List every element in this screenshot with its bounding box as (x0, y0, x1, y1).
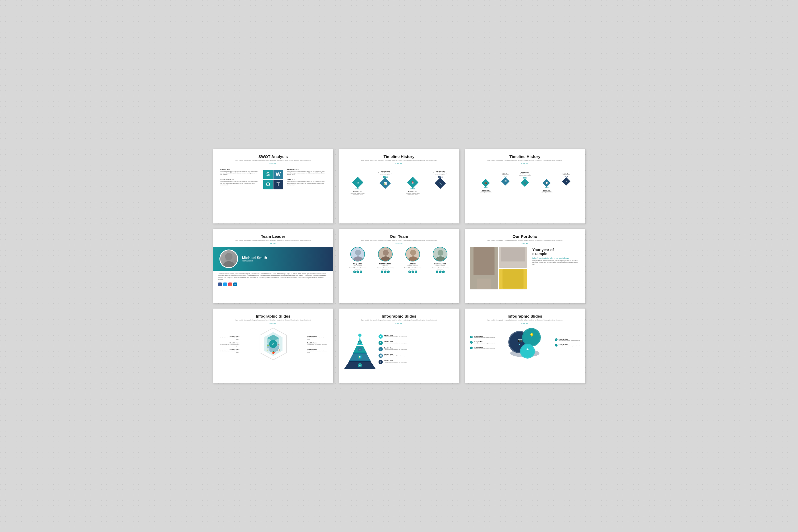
slide-infographic3: Infographic Slides If you use this site … (465, 308, 585, 383)
timeline1-arrows: »»»»» (344, 163, 454, 165)
mary-role: Web Designer (354, 265, 362, 266)
instagram-icon[interactable]: i (228, 283, 232, 286)
inf3d-check-0: ✓ (470, 336, 473, 338)
swot-strengths-text: Lorem ipsum dolor amet consectetur adipi… (220, 171, 259, 176)
pl-icon-3: 📊 (379, 354, 383, 358)
portfolio-year-line2: example (532, 252, 580, 256)
tl-year-2034: 2034 (545, 187, 549, 189)
slide-portfolio: Our Portfolio If you use this site regul… (465, 229, 585, 303)
mary-tw[interactable]: t (357, 270, 359, 273)
infographic1-arrows: »»»»» (218, 322, 328, 324)
tl-icon-2024: 📚 (407, 177, 418, 188)
svg-text:🍎: 🍎 (271, 351, 275, 354)
inf3d-left-1: ✓ Example Title Lorem ipsum consectetur … (470, 341, 495, 344)
tl-icon-2020: ⚙ (352, 177, 363, 188)
svg-text:💡: 💡 (529, 333, 534, 338)
infographic3-left: ✓ Example Title Lorem ipsum consectetur … (470, 336, 495, 349)
inf1-right-1: Subtitle Here The placeholder text to wi… (307, 342, 328, 346)
pyramid-label-4: ⚙ Subtitle Here The placeholder text to … (379, 360, 407, 364)
pyramid-layout: ⚙ 📊 ☆ ♥ ★ ★ (344, 327, 454, 372)
circles-svg: 📷 ● 💡 👁 (506, 327, 544, 359)
pyramid-label-list: ★ Subtitle Here The placeholder text to … (379, 327, 407, 372)
infographic3-layout: ✓ Example Title Lorem ipsum consectetur … (470, 327, 580, 359)
inf1-right-1-desc: The placeholder text to with be line Lor… (307, 344, 328, 346)
jani-tw[interactable]: t (412, 270, 414, 273)
slide-timeline1: Timeline History If you use this site re… (339, 149, 459, 224)
leader-info: Michael Smith Team Leader (242, 255, 267, 262)
tl-icon-2032: 🎵 (521, 178, 529, 187)
swot-o-box: O (263, 180, 273, 189)
jani-li[interactable]: in (415, 270, 417, 273)
linkedin-icon[interactable]: in (233, 283, 237, 286)
infographic3-arrows: »»»»» (470, 322, 580, 324)
pyramid-label-3: 📊 Subtitle Here The placeholder text to … (379, 354, 407, 358)
inf3d-check-2: ✓ (470, 347, 473, 349)
swot-left: STRENGTHS Lorem ipsum dolor amet consect… (218, 167, 261, 189)
team-member-jani: Jani Poe Graphic Designer Purposefully d… (402, 247, 423, 273)
tl-text-2030: Subtitle Here (502, 173, 509, 175)
svg-text:📋: 📋 (277, 348, 280, 352)
our-team-subtitle: If you use this site regularly, the grea… (344, 240, 454, 241)
isabella-fb[interactable]: f (436, 270, 438, 273)
svg-text:✈: ✈ (272, 337, 274, 339)
timeline1-title: Timeline History (344, 154, 454, 159)
inf1-left-0: Subtitle Here The placeholder text to wi… (218, 336, 240, 340)
tl-icon-2022: 📊 (380, 178, 391, 189)
twitter-icon[interactable]: t (223, 283, 227, 286)
pl-text-4: Subtitle Here The placeholder text to wi… (384, 360, 407, 363)
jani-fb[interactable]: f (408, 270, 411, 273)
isabella-role: Graphic Designer (435, 265, 445, 266)
swot-s-box: S (263, 170, 273, 179)
our-team-arrows: »»»»» (344, 242, 454, 245)
portfolio-img-bottom (499, 269, 527, 289)
pl-icon-4: ⚙ (379, 360, 383, 364)
jani-socials: f t in (408, 270, 417, 273)
pl-desc-2: The placeholder text to with be line Lor… (384, 349, 407, 350)
infographic2-arrows: »»»»» (344, 322, 454, 324)
tl-glyph-2036: ⚙ (565, 180, 567, 183)
infographic1-title: Infographic Slides (218, 314, 328, 318)
infographic3-circles: 📷 ● 💡 👁 (498, 327, 552, 359)
tl-text-2034: Subtitle Here Placeholder: beginning des… (541, 190, 553, 193)
inf3d-text-r1: Example Title Lorem ipsum consectetur ad… (558, 344, 580, 347)
pl-desc-0: The placeholder text to with be line Lor… (384, 336, 407, 337)
inf3d-right-0: ✓ Example Title Lorem ipsum consectetur … (555, 338, 580, 341)
portfolio-images (470, 247, 527, 289)
swot-arrows: »»»»» (218, 163, 328, 165)
swot-right: WEAKNESSES Lorem ipsum dolor amet consec… (286, 167, 328, 189)
jani-desc: Purposefully designed this meaning place… (402, 267, 423, 270)
inf3d-desc-0: Lorem ipsum consectetur adipisit amet so… (474, 337, 495, 338)
tl-text-2026: Subtitle Here Placeholder: beginning des… (432, 171, 448, 175)
tl-node-2024: 📚 2024 Subtitle Here Placeholder: beginn… (405, 171, 421, 195)
tl-desc-2034: Placeholder: beginning design the line L… (541, 191, 553, 193)
michael-li[interactable]: in (387, 270, 390, 273)
svg-point-1 (223, 261, 234, 267)
mary-desc: Purposefully designed this meaning place… (347, 267, 368, 270)
swot-weaknesses: WEAKNESSES Lorem ipsum dolor amet consec… (286, 167, 328, 177)
jani-svg (406, 247, 420, 262)
isabella-desc: Purposefully designed this meaning place… (430, 267, 451, 270)
inf3d-left-2: ✓ Example Title Lorem ipsum consectetur … (470, 347, 495, 349)
mary-li[interactable]: in (360, 270, 362, 273)
tl-subtitle-2030: Subtitle Here (502, 173, 509, 175)
tl-text-2028: Subtitle Here Placeholder: beginning des… (480, 190, 492, 193)
tl-year-2028: 2028 (484, 187, 488, 189)
swot-weaknesses-label: WEAKNESSES (287, 169, 327, 170)
mary-fb[interactable]: f (353, 270, 356, 273)
tl-glyph-2034: 💬 (545, 182, 548, 184)
michael-tw[interactable]: t (384, 270, 386, 273)
tl-text-2020: Subtitle Here Placeholder: beginning des… (350, 191, 366, 195)
tl-glyph-2032: 🎵 (524, 182, 526, 184)
slide-timeline2: Timeline History If you use this site re… (465, 149, 585, 224)
isabella-tw[interactable]: t (439, 270, 441, 273)
facebook-icon[interactable]: f (218, 283, 222, 286)
isabella-li[interactable]: in (442, 270, 445, 273)
svg-rect-16 (477, 279, 491, 289)
tl-icon-glyph-2024: 📚 (411, 181, 414, 184)
tl-node-2034: 💬 2034 Subtitle Here Placeholder: beginn… (541, 172, 553, 193)
pl-text-2: Subtitle Here The placeholder text to wi… (384, 347, 407, 350)
mary-avatar (350, 247, 365, 262)
leader-avatar (220, 249, 238, 268)
michael-fb[interactable]: f (381, 270, 383, 273)
svg-text:📷: 📷 (517, 338, 522, 342)
